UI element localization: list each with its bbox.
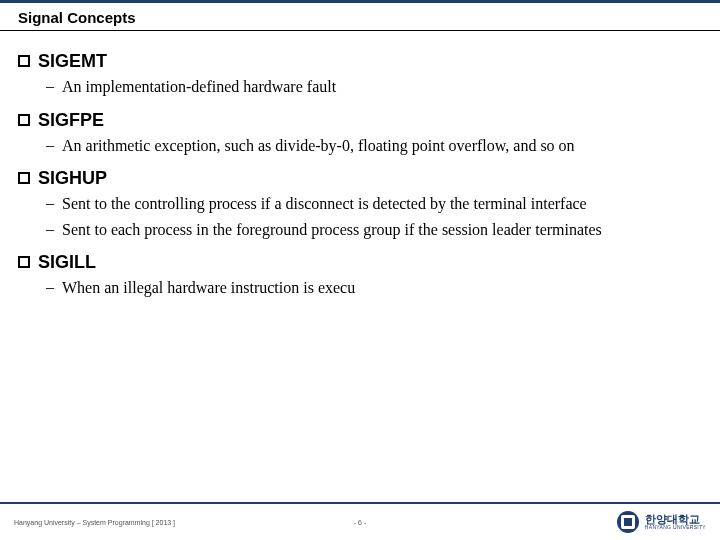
university-logo-icon [617,511,639,533]
footer: Hanyang University – System Programming … [0,502,720,540]
title-block: Signal Concepts [0,3,720,31]
dash-icon: – [46,219,54,240]
content-area: SIGEMT – An implementation-defined hardw… [0,31,720,299]
signal-name: SIGEMT [38,51,107,72]
footer-course-label: Hanyang University – System Programming … [14,519,175,526]
page-suffix: - [362,519,366,526]
list-item: – An implementation-defined hardware fau… [18,76,702,98]
signal-description: When an illegal hardware instruction is … [62,277,355,299]
slide-title: Signal Concepts [18,9,702,26]
item-sigill: SIGILL [18,252,702,273]
page-number: - 6 - [354,519,366,526]
dash-icon: – [46,135,54,156]
dash-icon: – [46,193,54,214]
square-bullet-icon [18,114,30,126]
item-sigemt: SIGEMT [18,51,702,72]
signal-name: SIGILL [38,252,96,273]
square-bullet-icon [18,172,30,184]
signal-description: An implementation-defined hardware fault [62,76,336,98]
university-logo-block: 한양대학교 HANYANG UNIVERSITY [617,511,706,533]
university-logo-text: 한양대학교 HANYANG UNIVERSITY [645,514,706,530]
signal-description: Sent to the controlling process if a dis… [62,193,587,215]
list-item: – Sent to each process in the foreground… [18,219,702,241]
list-item: – Sent to the controlling process if a d… [18,193,702,215]
logo-english: HANYANG UNIVERSITY [645,525,706,530]
signal-description: An arithmetic exception, such as divide-… [62,135,575,157]
list-item: – An arithmetic exception, such as divid… [18,135,702,157]
signal-name: SIGFPE [38,110,104,131]
square-bullet-icon [18,55,30,67]
dash-icon: – [46,277,54,298]
item-sigfpe: SIGFPE [18,110,702,131]
square-bullet-icon [18,256,30,268]
item-sighup: SIGHUP [18,168,702,189]
dash-icon: – [46,76,54,97]
signal-name: SIGHUP [38,168,107,189]
list-item: – When an illegal hardware instruction i… [18,277,702,299]
slide: Signal Concepts SIGEMT – An implementati… [0,0,720,540]
signal-description: Sent to each process in the foreground p… [62,219,602,241]
